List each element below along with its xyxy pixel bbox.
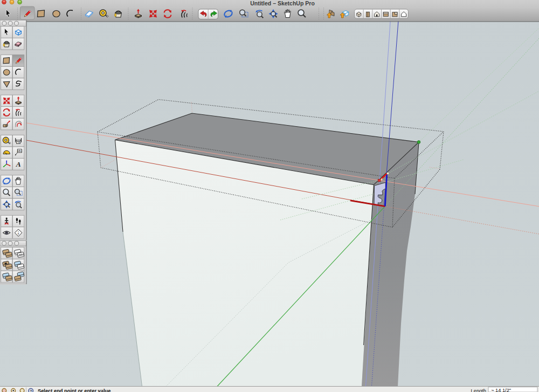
svg-text:Length: Length: [471, 388, 486, 392]
svg-text:Select end point or enter valu: Select end point or enter value: [38, 388, 110, 392]
svg-text:?: ?: [30, 389, 32, 392]
svg-text:~ 14 1/2": ~ 14 1/2": [491, 388, 511, 392]
svg-text:Untitled – SketchUp Pro: Untitled – SketchUp Pro: [250, 0, 315, 6]
